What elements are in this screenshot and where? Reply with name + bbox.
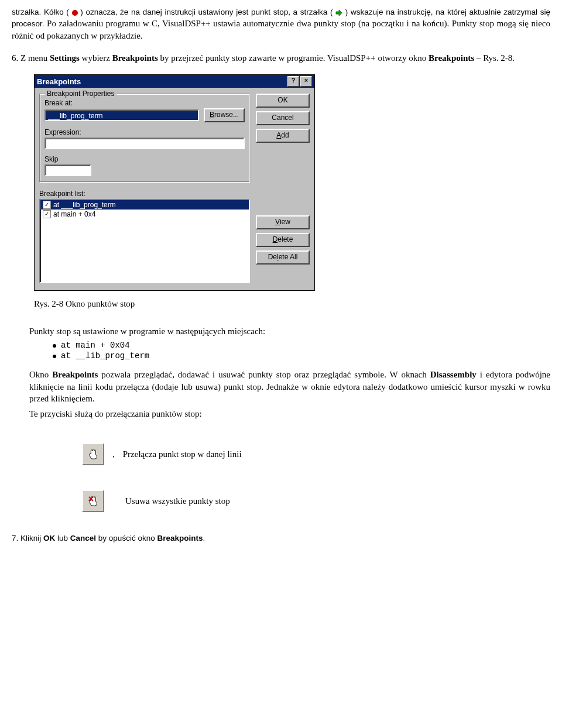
p4-a: Okno — [29, 370, 52, 379]
bullet-item: at main + 0x04 — [53, 341, 550, 350]
checkbox-icon[interactable]: ✓ — [43, 201, 51, 209]
paragraph-6: 7. Kliknij OK lub Cancel by opuścić okno… — [12, 532, 550, 544]
p2-mid2: by przejrzeć punkty stop zawarte w progr… — [158, 53, 429, 63]
checkbox-icon[interactable]: ✓ — [43, 210, 51, 218]
p4-b1: Breakpoints — [52, 370, 98, 379]
hand-icon — [88, 448, 98, 460]
p4-b: pozwala przeglądać, dodawać i usuwać pun… — [98, 370, 430, 379]
bullet-text: at main + 0x04 — [61, 341, 130, 350]
list-item[interactable]: ✓ at ___lib_prog_term — [40, 200, 249, 210]
icon-row-clear: Usuwa wszystkie punkty stop — [82, 490, 550, 512]
p6-b3: Breakpoints — [157, 534, 203, 542]
p2-end: – Rys. 2-8. — [474, 53, 515, 63]
arrow-icon — [335, 9, 342, 16]
p2-prefix: 6. Z menu — [12, 53, 50, 63]
breakpoint-list-label: Breakpoint list: — [39, 190, 250, 198]
break-at-input[interactable]: ___lib_prog_term — [44, 109, 199, 121]
p4-b2: Disassembly — [430, 370, 477, 379]
red-dot-icon — [72, 10, 78, 16]
breakpoints-dialog: Breakpoints ? × Breakpoint Properties Br… — [34, 74, 315, 291]
p2-mid1: wybierz — [80, 53, 112, 63]
p2-b1: Settings — [50, 53, 80, 63]
list-item-text: at main + 0x4 — [53, 210, 95, 218]
paragraph-5: Te przyciski służą do przełączania punkt… — [29, 408, 550, 420]
paragraph-4: Okno Breakpoints pozwala przeglądać, dod… — [29, 369, 550, 404]
paragraph-3: Punkty stop są ustawione w programie w n… — [29, 325, 550, 337]
p1-text-c2: Po załadowaniu programu w C, VisualDSP++… — [12, 19, 550, 40]
dialog-title: Breakpoints — [37, 77, 286, 86]
dialog-titlebar: Breakpoints ? × — [35, 75, 314, 88]
p1-text-b: ) oznacza, że na danej instrukcji ustawi… — [78, 8, 336, 16]
p2-b2: Breakpoints — [112, 53, 158, 63]
list-item[interactable]: ✓ at main + 0x4 — [40, 210, 249, 219]
clear-all-label: Usuwa wszystkie punkty stop — [125, 496, 230, 506]
browse-button[interactable]: Browse... — [204, 108, 245, 122]
bullet-item: at __lib_prog_term — [53, 351, 550, 360]
skip-input[interactable] — [44, 164, 91, 176]
break-at-label: Break at: — [44, 99, 245, 107]
p6-c: by opuścić okno — [96, 534, 157, 542]
view-button[interactable]: View — [256, 215, 310, 229]
icon-row-toggle: , Przełącza punkt stop w danej linii — [82, 443, 550, 465]
p2-b3: Breakpoints — [429, 53, 474, 63]
clear-all-breakpoints-button[interactable] — [82, 490, 104, 512]
delete-button[interactable]: Delete — [256, 233, 310, 247]
ok-button[interactable]: OK — [256, 94, 310, 108]
paragraph-1: strzałka. Kółko ( ) oznacza, że na danej… — [12, 6, 550, 42]
bullet-icon — [53, 355, 56, 358]
context-help-button[interactable]: ? — [287, 76, 299, 87]
paragraph-2: 6. Z menu Settings wybierz Breakpoints b… — [12, 52, 550, 64]
p6-d: . — [203, 534, 205, 542]
delete-all-button[interactable]: Delete All — [256, 250, 310, 265]
groupbox-title: Breakpoint Properties — [44, 90, 116, 98]
toggle-label: Przełącza punkt stop w danej linii — [123, 449, 242, 459]
p6-b2: Cancel — [70, 534, 96, 542]
p6-b1: OK — [43, 534, 55, 542]
bullet-icon — [53, 344, 56, 348]
comma: , — [112, 449, 115, 459]
skip-label: Skip — [44, 155, 245, 163]
p1-text-a: strzałka. Kółko ( — [12, 8, 72, 16]
hand-x-icon — [88, 495, 98, 507]
toggle-breakpoint-button[interactable] — [82, 443, 104, 465]
add-button[interactable]: Add — [256, 129, 310, 143]
cancel-button[interactable]: Cancel — [256, 111, 310, 125]
expression-label: Expression: — [44, 128, 245, 136]
breakpoint-list[interactable]: ✓ at ___lib_prog_term ✓ at main + 0x4 — [39, 199, 250, 283]
p6-a: 7. Kliknij — [12, 534, 43, 542]
close-button[interactable]: × — [300, 76, 312, 87]
figure-caption: Rys. 2-8 Okno punktów stop — [34, 299, 550, 309]
breakpoint-properties-group: Breakpoint Properties Break at: ___lib_p… — [39, 94, 250, 183]
list-item-text: at ___lib_prog_term — [53, 201, 116, 209]
expression-input[interactable] — [44, 138, 245, 149]
p6-b: lub — [55, 534, 70, 542]
bullet-list: at main + 0x04 at __lib_prog_term — [53, 341, 550, 360]
bullet-text: at __lib_prog_term — [61, 351, 149, 360]
